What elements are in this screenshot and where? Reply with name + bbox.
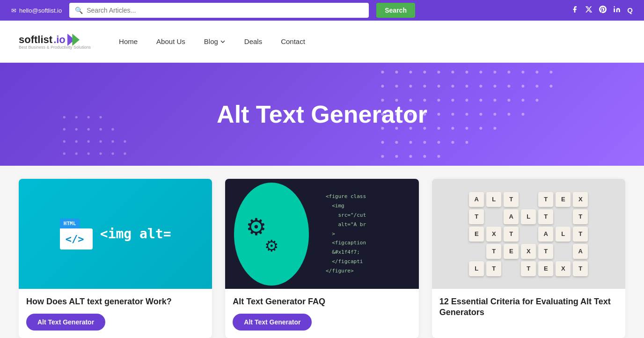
svg-point-67: [466, 141, 468, 144]
svg-point-48: [480, 113, 483, 116]
svg-text:⚙: ⚙: [264, 237, 278, 255]
svg-point-13: [522, 71, 525, 73]
card-1-image: HTML </> <img alt=: [19, 179, 212, 289]
svg-point-5: [410, 71, 412, 73]
blog-chevron-icon: [220, 39, 226, 44]
svg-point-57: [452, 127, 454, 130]
svg-point-28: [550, 85, 553, 88]
card-1-button[interactable]: Alt Text Generator: [26, 314, 105, 331]
tile: T: [504, 227, 519, 242]
tile: T: [469, 209, 484, 224]
card-3-title: 12 Essential Criteria for Evaluating Alt…: [439, 296, 618, 318]
tile: T: [573, 227, 588, 242]
logo-arrow-icon: [67, 34, 80, 46]
tile-empty: [486, 209, 501, 224]
tile: A: [504, 209, 519, 224]
search-bar-container: 🔍: [69, 3, 369, 18]
card-2-button[interactable]: Alt Text Generator: [233, 314, 312, 331]
hero-dots-left: [0, 109, 193, 166]
card-3: A L T T E X T A L T T E X T A: [432, 179, 625, 338]
svg-point-10: [480, 71, 483, 73]
tile: X: [521, 244, 536, 259]
tile: L: [556, 227, 571, 242]
nav-about[interactable]: About Us: [156, 37, 185, 45]
svg-point-70: [410, 155, 412, 158]
svg-point-45: [438, 113, 440, 116]
logo-domain: .io: [53, 34, 66, 46]
letter-tiles-grid: A L T T E X T A L T T E X T A: [469, 192, 588, 276]
svg-point-71: [424, 155, 426, 158]
tile: X: [556, 261, 571, 276]
tile: T: [504, 192, 519, 207]
tile-empty: [556, 244, 571, 259]
card-3-body: 12 Essential Criteria for Evaluating Alt…: [432, 289, 625, 332]
svg-point-74: [75, 116, 78, 118]
tile: E: [469, 227, 484, 242]
linkedin-icon[interactable]: [613, 6, 621, 15]
top-bar: ✉ hello@softlist.io 🔍 Search Q: [0, 0, 644, 21]
svg-point-64: [424, 141, 426, 144]
svg-point-78: [75, 128, 78, 131]
svg-point-34: [452, 99, 454, 102]
svg-point-24: [494, 85, 497, 88]
svg-point-39: [522, 99, 525, 102]
quora-icon[interactable]: Q: [627, 6, 633, 15]
pinterest-icon[interactable]: [599, 6, 607, 15]
tile: A: [573, 244, 588, 259]
tile: T: [538, 244, 553, 259]
navbar: softlist .io Best Business & Productivit…: [0, 21, 644, 63]
svg-point-75: [88, 116, 90, 118]
svg-point-37: [494, 99, 497, 102]
card-2-body: Alt Text Generator FAQ Alt Text Generato…: [225, 289, 418, 338]
svg-point-36: [480, 99, 483, 102]
nav-blog[interactable]: Blog: [204, 37, 226, 45]
logo[interactable]: softlist .io Best Business & Productivit…: [19, 34, 91, 50]
svg-point-27: [536, 85, 539, 88]
card-2-image: ⚙ ⚙ <figure class <img src="/cut alt="A …: [225, 179, 418, 289]
svg-point-9: [466, 71, 468, 73]
tile: E: [538, 261, 553, 276]
svg-point-47: [466, 113, 468, 116]
svg-point-92: [111, 152, 114, 154]
svg-point-82: [63, 140, 66, 143]
svg-point-72: [438, 155, 440, 158]
svg-point-66: [452, 141, 454, 144]
tile: L: [486, 192, 501, 207]
email-text: hello@softlist.io: [19, 7, 62, 14]
svg-point-89: [75, 152, 78, 154]
svg-point-90: [88, 152, 90, 154]
svg-point-51: [522, 113, 525, 116]
svg-point-12: [508, 71, 511, 73]
tile: T: [573, 209, 588, 224]
code-snippet: <figure class <img src="/cut alt="A br >…: [322, 186, 419, 281]
svg-point-69: [395, 155, 398, 158]
tile: L: [469, 261, 484, 276]
nav-home[interactable]: Home: [119, 37, 138, 45]
svg-point-79: [88, 128, 90, 131]
tile: L: [521, 209, 536, 224]
svg-text:⚙: ⚙: [246, 214, 267, 240]
svg-point-6: [424, 71, 426, 73]
search-button[interactable]: Search: [376, 3, 415, 18]
card-1-body: How Does ALT text generator Work? Alt Te…: [19, 289, 212, 338]
svg-point-21: [452, 85, 454, 88]
facebook-icon[interactable]: [571, 6, 578, 15]
head-silhouette: ⚙ ⚙: [232, 179, 316, 289]
svg-point-85: [99, 140, 102, 143]
social-links: Q: [571, 6, 633, 15]
logo-subtitle: Best Business & Productivity Solutions: [19, 45, 91, 50]
search-input[interactable]: [87, 7, 363, 14]
nav-contact[interactable]: Contact: [281, 37, 305, 45]
svg-point-60: [494, 127, 497, 130]
twitter-x-icon[interactable]: [585, 6, 593, 15]
svg-point-93: [124, 152, 126, 154]
nav-deals[interactable]: Deals: [244, 37, 262, 45]
svg-point-80: [99, 128, 102, 131]
svg-point-58: [466, 127, 468, 130]
svg-point-59: [480, 127, 483, 130]
svg-point-18: [410, 85, 412, 88]
tile: T: [486, 261, 501, 276]
svg-point-49: [494, 113, 497, 116]
card-3-image: A L T T E X T A L T T E X T A: [432, 179, 625, 289]
tile-empty: [521, 227, 536, 242]
